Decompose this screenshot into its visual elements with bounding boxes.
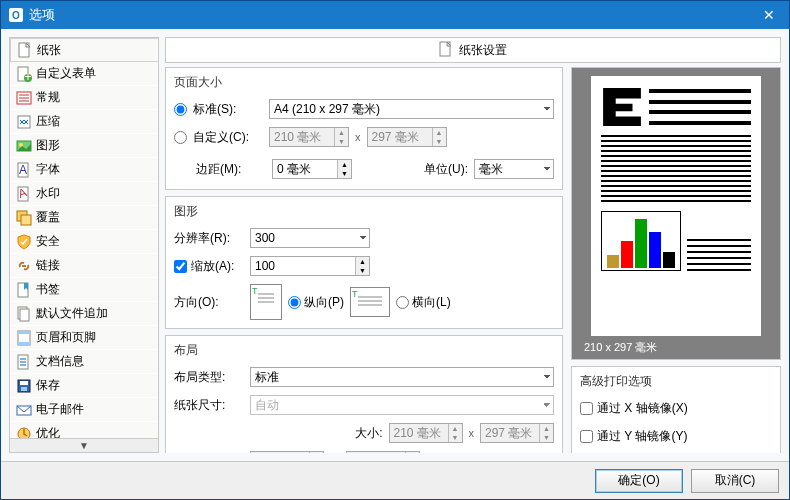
sidebar-scroll-down[interactable]: ▼: [10, 438, 158, 452]
sidebar-item-bookmark[interactable]: 书签: [10, 278, 158, 302]
bookmark-icon: [16, 282, 32, 298]
optimize-icon: [16, 426, 32, 439]
sidebar-item-form[interactable]: +自定义表单: [10, 62, 158, 86]
unit-label: 单位(U):: [424, 161, 468, 178]
sidebar-item-label: 水印: [36, 185, 60, 202]
landscape-icon[interactable]: T: [350, 287, 390, 317]
svg-rect-23: [18, 342, 30, 345]
preview-size-label: 210 x 297 毫米: [580, 340, 657, 355]
layout-type-label: 布局类型:: [174, 369, 244, 386]
sidebar-item-label: 保存: [36, 377, 60, 394]
margin-spinner[interactable]: ▲▼: [272, 159, 352, 179]
resolution-label: 分辨率(R):: [174, 230, 244, 247]
sidebar-item-overlay[interactable]: 覆盖: [10, 206, 158, 230]
unit-combo[interactable]: 毫米: [474, 159, 554, 179]
page-header: 纸张设置: [165, 37, 781, 63]
cancel-button[interactable]: 取消(C): [691, 469, 779, 493]
sidebar-item-watermark[interactable]: A水印: [10, 182, 158, 206]
options-dialog: O 选项 ✕ 纸张+自定义表单常规压缩图形A字体A水印覆盖安全链接书签默认文件追…: [0, 0, 790, 500]
sidebar-item-header-footer[interactable]: 页眉和页脚: [10, 326, 158, 350]
svg-rect-29: [20, 381, 28, 385]
sidebar-item-email[interactable]: 电子邮件: [10, 398, 158, 422]
sidebar-item-save[interactable]: 保存: [10, 374, 158, 398]
layout-big-h: ▲▼: [480, 423, 554, 443]
radio-landscape[interactable]: 横向(L): [396, 294, 451, 311]
margin-label: 边距(M):: [196, 161, 266, 178]
svg-text:A: A: [19, 163, 27, 177]
radio-standard[interactable]: [174, 103, 187, 116]
svg-text:+: +: [24, 70, 31, 82]
center-checkbox: 居中: [426, 453, 467, 454]
sidebar-item-image[interactable]: 图形: [10, 134, 158, 158]
group-advanced: 高级打印选项 通过 X 轴镜像(X) 通过 Y 轴镜像(Y): [571, 366, 781, 453]
sidebar-item-label: 书签: [36, 281, 60, 298]
svg-rect-8: [18, 116, 30, 128]
sidebar-item-label: 优化: [36, 425, 60, 438]
sidebar-item-optimize[interactable]: 优化: [10, 422, 158, 438]
window-title: 选项: [29, 6, 757, 24]
sidebar-item-label: 纸张: [37, 42, 61, 59]
layout-type-combo[interactable]: 标准: [250, 367, 554, 387]
portrait-icon[interactable]: T: [250, 284, 282, 320]
preview-bar: [607, 255, 619, 269]
category-sidebar: 纸张+自定义表单常规压缩图形A字体A水印覆盖安全链接书签默认文件追加页眉和页脚文…: [9, 37, 159, 453]
append-icon: [16, 306, 32, 322]
ok-button[interactable]: 确定(O): [595, 469, 683, 493]
custom-height-spinner: ▲▼: [367, 127, 447, 147]
group-title: 高级打印选项: [580, 373, 772, 390]
dialog-footer: 确定(O) 取消(C): [1, 461, 789, 499]
preview-bar-chart: [601, 211, 681, 271]
orientation-label: 方向(O):: [174, 294, 244, 311]
shield-icon: [16, 234, 32, 250]
preview-bar: [635, 219, 647, 269]
sidebar-item-compress[interactable]: 压缩: [10, 110, 158, 134]
scale-checkbox[interactable]: 缩放(A):: [174, 258, 244, 275]
sidebar-item-append[interactable]: 默认文件追加: [10, 302, 158, 326]
sidebar-item-label: 电子邮件: [36, 401, 84, 418]
sidebar-item-font[interactable]: A字体: [10, 158, 158, 182]
preview-bar: [663, 252, 675, 268]
mirror-y-checkbox[interactable]: 通过 Y 轴镜像(Y): [580, 428, 687, 445]
svg-rect-16: [21, 215, 31, 225]
sidebar-item-label: 自定义表单: [36, 65, 96, 82]
standard-size-combo[interactable]: A4 (210 x 297 毫米): [269, 99, 554, 119]
form-icon: +: [16, 66, 32, 82]
layout-big-w: ▲▼: [389, 423, 463, 443]
sidebar-item-label: 文档信息: [36, 353, 84, 370]
scale-spinner[interactable]: ▲▼: [250, 256, 370, 276]
compress-icon: [16, 114, 32, 130]
sidebar-item-label: 压缩: [36, 113, 60, 130]
radio-portrait[interactable]: 纵向(P): [288, 294, 344, 311]
pos-y-spinner: ▲▼: [346, 451, 420, 453]
sidebar-item-page[interactable]: 纸张: [10, 38, 158, 62]
custom-width-spinner: ▲▼: [269, 127, 349, 147]
close-icon[interactable]: ✕: [757, 7, 781, 23]
custom-label: 自定义(C):: [193, 129, 263, 146]
group-graphic: 图形 分辨率(R): 300 缩放(A): ▲▼ 方向(O): T 纵: [165, 196, 563, 329]
sidebar-item-shield[interactable]: 安全: [10, 230, 158, 254]
titlebar[interactable]: O 选项 ✕: [1, 1, 789, 29]
group-title: 页面大小: [174, 74, 554, 91]
save-icon: [16, 378, 32, 394]
sidebar-item-label: 图形: [36, 137, 60, 154]
page-title: 纸张设置: [459, 42, 507, 59]
doc-info-icon: [16, 354, 32, 370]
preview-e-icon: [601, 86, 643, 128]
page-preview: 210 x 297 毫米: [571, 67, 781, 360]
radio-custom[interactable]: [174, 131, 187, 144]
resolution-combo[interactable]: 300: [250, 228, 370, 248]
font-icon: A: [16, 162, 32, 178]
group-title: 图形: [174, 203, 554, 220]
sidebar-item-doc-info[interactable]: 文档信息: [10, 350, 158, 374]
mirror-x-checkbox[interactable]: 通过 X 轴镜像(X): [580, 400, 688, 417]
sidebar-item-list[interactable]: 常规: [10, 86, 158, 110]
big-size-label: 大小:: [355, 425, 382, 442]
svg-rect-22: [18, 331, 30, 334]
page-icon: [439, 41, 453, 60]
svg-rect-30: [21, 387, 27, 391]
sidebar-item-label: 常规: [36, 89, 60, 106]
sidebar-item-link[interactable]: 链接: [10, 254, 158, 278]
app-icon: O: [9, 8, 23, 22]
link-icon: [16, 258, 32, 274]
position-label: 位置:: [174, 453, 244, 454]
